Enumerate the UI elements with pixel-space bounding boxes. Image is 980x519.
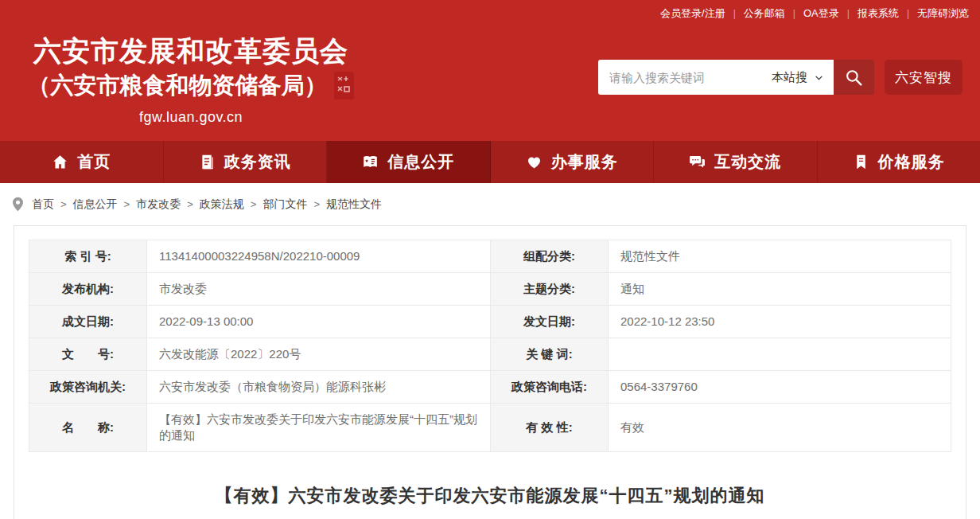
meta-label: 政策咨询电话: bbox=[491, 371, 609, 404]
nav-item-label: 办事服务 bbox=[551, 151, 618, 173]
topbar-links: 会员登录/注册 | 公务邮箱 | OA登录 | 报表系统 | 无障碍浏览 | bbox=[660, 6, 969, 21]
table-row: 发布机构: 市发改委 主题分类: 通知 bbox=[29, 273, 951, 306]
breadcrumb-separator: > bbox=[60, 198, 67, 210]
nav-item-label: 政务资讯 bbox=[224, 151, 291, 173]
nav-item-price[interactable]: 价格服务 bbox=[818, 141, 980, 183]
nav-item-info-disclosure[interactable]: 信息公开 bbox=[327, 141, 491, 183]
chat-icon bbox=[689, 154, 706, 170]
article-title: 【有效】六安市发改委关于印发六安市能源发展“十四五”规划的通知 bbox=[29, 484, 951, 508]
site-domain: fgw.luan.gov.cn bbox=[11, 109, 371, 126]
seal-icon bbox=[333, 71, 355, 100]
site-header: 会员登录/注册 | 公务邮箱 | OA登录 | 报表系统 | 无障碍浏览 | bbox=[0, 0, 980, 141]
site-title[interactable]: 六安市发展和改革委员会 bbox=[11, 33, 371, 68]
nav-item-label: 互动交流 bbox=[714, 151, 781, 173]
meta-label: 主题分类: bbox=[491, 273, 609, 306]
table-row: 文 号: 六发改能源〔2022〕220号 关 键 词: bbox=[29, 338, 951, 371]
nav-item-label: 信息公开 bbox=[387, 151, 454, 173]
topbar-link[interactable]: 无障碍浏览 bbox=[917, 6, 969, 21]
meta-value: 2022-09-13 00:00 bbox=[147, 306, 491, 338]
search-button[interactable] bbox=[834, 60, 874, 95]
search-scope-select[interactable]: 本站搜 bbox=[767, 70, 834, 85]
breadcrumb-list: 首页 > 信息公开 > 市发改委 > 政策法规 > 部门文件 > bbox=[32, 197, 382, 212]
meta-value: 市发改委 bbox=[147, 273, 491, 306]
content-panel: 索 引 号: 11341400003224958N/202210-00009 组… bbox=[14, 225, 966, 519]
meta-value bbox=[609, 338, 951, 371]
bookmark-icon bbox=[853, 154, 869, 170]
meta-value: 通知 bbox=[609, 273, 951, 306]
search-scope-label: 本站搜 bbox=[772, 70, 807, 85]
meta-label: 有 效 性: bbox=[491, 404, 609, 452]
breadcrumb-link[interactable]: 政策法规 bbox=[200, 197, 244, 212]
topbar-link[interactable]: OA登录 bbox=[803, 6, 839, 21]
home-icon bbox=[52, 154, 68, 170]
breadcrumb-link[interactable]: 市发改委 bbox=[136, 197, 181, 212]
meta-value: 六发改能源〔2022〕220号 bbox=[147, 338, 491, 371]
table-row: 政策咨询机关: 六安市发改委（市粮食物资局）能源科张彬 政策咨询电话: 0564… bbox=[29, 371, 951, 404]
meta-label: 索 引 号: bbox=[29, 240, 147, 273]
breadcrumb-link[interactable]: 规范性文件 bbox=[326, 197, 382, 212]
breadcrumb: 首页 > 信息公开 > 市发改委 > 政策法规 > 部门文件 > bbox=[0, 183, 980, 225]
meta-value: 【有效】六安市发改委关于印发六安市能源发展“十四五”规划的通知 bbox=[147, 404, 491, 452]
search-input[interactable] bbox=[598, 71, 767, 84]
topbar-link[interactable]: 公务邮箱 bbox=[744, 6, 785, 21]
location-pin-icon bbox=[12, 197, 24, 212]
nav-item-label: 价格服务 bbox=[878, 151, 945, 173]
meta-label: 组配分类: bbox=[491, 240, 609, 273]
doc-icon bbox=[199, 154, 216, 170]
meta-label: 文 号: bbox=[29, 338, 147, 371]
heart-icon bbox=[526, 154, 542, 170]
doc-meta-table: 索 引 号: 11341400003224958N/202210-00009 组… bbox=[29, 240, 951, 452]
meta-label: 发文日期: bbox=[491, 306, 609, 338]
topbar-separator: | bbox=[907, 8, 909, 19]
table-row: 成文日期: 2022-09-13 00:00 发文日期: 2022-10-12 … bbox=[29, 306, 951, 338]
topbar-link[interactable]: 报表系统 bbox=[858, 6, 899, 21]
meta-value: 有效 bbox=[609, 404, 951, 452]
breadcrumb-separator: > bbox=[313, 198, 320, 210]
nav-item-services[interactable]: 办事服务 bbox=[491, 141, 655, 183]
topbar-separator: | bbox=[847, 8, 850, 19]
nav-item-news[interactable]: 政务资讯 bbox=[164, 141, 328, 183]
meta-value: 11341400003224958N/202210-00009 bbox=[147, 240, 491, 273]
book-icon bbox=[362, 154, 379, 170]
meta-value: 2022-10-12 23:50 bbox=[609, 306, 951, 338]
meta-label: 名 称: bbox=[29, 404, 147, 452]
site-subtitle: （六安市粮食和物资储备局） bbox=[28, 70, 328, 102]
table-row: 索 引 号: 11341400003224958N/202210-00009 组… bbox=[29, 240, 951, 273]
table-row: 名 称: 【有效】六安市发改委关于印发六安市能源发展“十四五”规划的通知 有 效… bbox=[29, 404, 951, 452]
meta-value: 0564-3379760 bbox=[609, 371, 951, 404]
nav-item-interaction[interactable]: 互动交流 bbox=[654, 141, 818, 183]
topbar-separator: | bbox=[793, 8, 795, 19]
main-nav: 首页 政务资讯 信息公开 办事服务 互动交流 价格服务 bbox=[0, 141, 980, 183]
breadcrumb-link[interactable]: 信息公开 bbox=[73, 197, 118, 212]
breadcrumb-separator: > bbox=[124, 198, 130, 210]
nav-item-label: 首页 bbox=[77, 151, 111, 173]
nav-item-home[interactable]: 首页 bbox=[0, 141, 164, 183]
smart-search-button[interactable]: 六安智搜 bbox=[885, 60, 962, 95]
site-brand: 六安市发展和改革委员会 （六安市粮食和物资储备局） fgw.luan.gov.c… bbox=[11, 33, 371, 126]
breadcrumb-link[interactable]: 部门文件 bbox=[262, 197, 307, 212]
meta-label: 关 键 词: bbox=[491, 338, 609, 371]
chevron-down-icon bbox=[814, 72, 824, 83]
meta-value: 规范性文件 bbox=[609, 240, 951, 273]
search-field: 本站搜 bbox=[598, 60, 834, 95]
magnifier-icon bbox=[844, 68, 864, 88]
topbar-link[interactable]: 会员登录/注册 bbox=[660, 6, 725, 21]
topbar-separator: | bbox=[733, 8, 736, 19]
meta-label: 发布机构: bbox=[29, 273, 147, 306]
search-area: 本站搜 六安智搜 bbox=[598, 60, 962, 95]
breadcrumb-separator: > bbox=[251, 198, 257, 210]
meta-value: 六安市发改委（市粮食物资局）能源科张彬 bbox=[147, 371, 491, 404]
breadcrumb-link[interactable]: 首页 bbox=[32, 197, 54, 212]
meta-label: 成文日期: bbox=[29, 306, 147, 338]
meta-label: 政策咨询机关: bbox=[29, 371, 147, 404]
breadcrumb-separator: > bbox=[187, 198, 193, 210]
